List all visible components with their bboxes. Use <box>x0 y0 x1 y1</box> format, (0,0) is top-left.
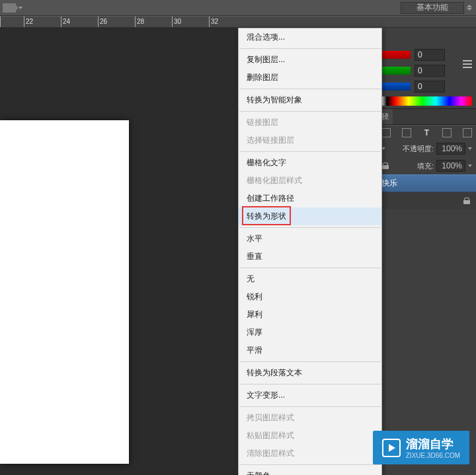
ruler-tick: 30 <box>172 17 181 28</box>
lock-icon[interactable] <box>381 162 389 170</box>
ruler-tick: 26 <box>98 17 107 28</box>
menu-item[interactable]: 锐利 <box>239 288 381 306</box>
opacity-row: 不透明度: 100% <box>377 140 476 157</box>
ruler-tick: 22 <box>24 17 33 28</box>
layer-item[interactable]: 快乐 <box>377 174 476 192</box>
color-row-g <box>381 65 472 77</box>
menu-separator <box>239 384 381 384</box>
fill-stepper-icon[interactable] <box>468 164 472 167</box>
ruler-tick: 32 <box>209 17 218 28</box>
blue-value-input[interactable] <box>415 81 445 92</box>
right-panels: 径 T 不透明度: 100% 填充: 100% 快乐 <box>377 28 476 475</box>
menu-item: 选择链接图层 <box>239 131 381 149</box>
menu-separator <box>239 89 381 89</box>
menu-item[interactable]: 无 <box>239 270 381 288</box>
menu-item[interactable]: 栅格化文字 <box>239 154 381 172</box>
ruler-tick <box>0 17 2 28</box>
menu-separator <box>239 48 381 49</box>
camera-dropdown-icon[interactable] <box>19 7 22 9</box>
color-row-r <box>381 49 472 61</box>
menu-item: 粘贴图层样式 <box>239 427 381 445</box>
green-swatch-icon[interactable] <box>381 67 411 75</box>
opacity-value[interactable]: 100% <box>436 143 465 155</box>
panel-menu-icon[interactable] <box>461 59 473 69</box>
menu-item: 链接图层 <box>239 114 381 131</box>
menu-separator <box>239 268 381 268</box>
menu-item[interactable]: 犀利 <box>239 306 381 324</box>
filter-image-icon[interactable] <box>381 128 391 137</box>
workspace-selector[interactable]: 基本功能 <box>401 2 464 14</box>
opacity-label: 不透明度: <box>403 144 434 154</box>
red-value-input[interactable] <box>415 49 445 61</box>
menu-item: 拷贝图层样式 <box>239 409 381 427</box>
fill-label: 填充: <box>417 161 434 171</box>
menu-separator <box>239 227 381 228</box>
context-menu: 混合选项...复制图层...删除图层转换为智能对象链接图层选择链接图层栅格化文字… <box>238 28 382 475</box>
menu-item[interactable]: 垂直 <box>239 248 381 266</box>
menu-item[interactable]: 平滑 <box>239 342 381 359</box>
watermark-sub: ZIXUE.3D66.COM <box>406 452 460 459</box>
camera-icon[interactable] <box>3 3 16 13</box>
red-swatch-icon[interactable] <box>381 51 411 59</box>
menu-separator <box>239 464 381 465</box>
filter-text-icon[interactable]: T <box>422 128 432 137</box>
fill-value[interactable]: 100% <box>436 160 465 172</box>
menu-item: 清除图层样式 <box>239 445 381 462</box>
filter-shape-icon[interactable] <box>442 128 452 137</box>
layers-panel-tabs: 径 <box>377 109 476 125</box>
play-icon <box>382 439 401 457</box>
layer-filter-icons: T <box>377 125 476 140</box>
opacity-stepper-icon[interactable] <box>468 147 472 150</box>
menu-item[interactable]: 转换为形状 <box>239 207 381 225</box>
color-row-b <box>381 81 472 92</box>
ruler-tick: 28 <box>135 17 144 28</box>
menu-item[interactable]: 混合选项... <box>239 28 381 46</box>
watermark: 溜溜自学 ZIXUE.3D66.COM <box>373 431 469 464</box>
menu-item[interactable]: 转换为智能对象 <box>239 91 381 109</box>
top-toolbar: 基本功能 <box>0 0 476 16</box>
menu-item[interactable]: 浑厚 <box>239 324 381 342</box>
menu-separator <box>239 406 381 407</box>
menu-item[interactable]: 无颜色 <box>239 467 381 475</box>
ruler-tick: 24 <box>61 17 70 28</box>
menu-item[interactable]: 复制图层... <box>239 51 381 69</box>
layer-background-row[interactable] <box>377 192 476 209</box>
filter-adjust-icon[interactable] <box>402 128 411 137</box>
watermark-title: 溜溜自学 <box>406 436 460 452</box>
layer-name: 快乐 <box>381 178 397 189</box>
menu-item[interactable]: 创建工作路径 <box>239 190 381 207</box>
menu-item[interactable]: 文字变形... <box>239 386 381 404</box>
workspace-arrows-icon[interactable] <box>465 5 473 11</box>
menu-separator <box>239 111 381 112</box>
filter-smart-icon[interactable] <box>463 128 472 137</box>
menu-item: 栅格化图层样式 <box>239 172 381 190</box>
color-spectrum[interactable] <box>381 96 472 106</box>
menu-item[interactable]: 水平 <box>239 230 381 248</box>
menu-separator <box>239 151 381 152</box>
fill-row: 填充: 100% <box>377 157 476 174</box>
horizontal-ruler: 222426283032 <box>0 16 476 28</box>
layer-lock-icon <box>463 197 471 205</box>
menu-item[interactable]: 删除图层 <box>239 69 381 87</box>
blue-swatch-icon[interactable] <box>381 83 411 91</box>
green-value-input[interactable] <box>415 65 445 77</box>
workspace-label: 基本功能 <box>416 2 448 13</box>
menu-separator <box>239 361 381 362</box>
document-canvas[interactable] <box>0 120 129 464</box>
menu-item[interactable]: 转换为段落文本 <box>239 364 381 382</box>
